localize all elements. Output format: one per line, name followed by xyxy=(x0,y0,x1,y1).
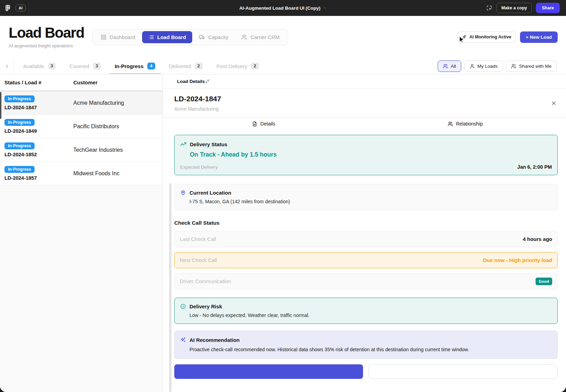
primary-action-button[interactable] xyxy=(174,364,363,379)
next-check-call-label: Next Check Call xyxy=(180,257,217,263)
topbar-left: AI xyxy=(5,4,26,11)
tab-in-progress[interactable]: In-Progress 4 xyxy=(115,58,155,74)
delivery-status-card: Delivery Status On Track - Ahead by 1.5 … xyxy=(174,135,558,175)
panel-title: Load Details xyxy=(177,79,205,84)
header-actions: AI Monitoring Active + New Load xyxy=(457,31,558,43)
load-title-block: LD-2024-1847 Acme Manufacturing xyxy=(163,88,566,117)
tab-details[interactable]: Details xyxy=(163,118,364,130)
panel-resizer[interactable] xyxy=(169,183,171,392)
tab-delivered[interactable]: Delivered 2 xyxy=(169,58,203,74)
driver-communication-row: Driver Communication Good xyxy=(174,273,558,289)
delivery-risk-card: Delivery Risk Low - No delays expected. … xyxy=(174,298,558,324)
detail-tabs: Details Relationship xyxy=(163,117,566,130)
nav-load-board[interactable]: Load Board xyxy=(142,31,192,43)
nav-label: Dashboard xyxy=(110,34,135,40)
main-nav: Dashboard Load Board Capacity xyxy=(92,29,288,45)
tab-count-badge: 2 xyxy=(195,63,203,69)
page-title: Load Board xyxy=(9,26,84,40)
nav-dashboard[interactable]: Dashboard xyxy=(94,31,141,43)
ai-badge[interactable]: AI xyxy=(16,4,26,11)
scope-shared-button[interactable]: Shared with Me xyxy=(506,60,557,72)
tab-label: Post-Delivery xyxy=(216,63,247,69)
scope-all-button[interactable]: All xyxy=(438,60,461,72)
column-header-status: Status / Load # xyxy=(0,80,73,85)
new-load-button[interactable]: + New Load xyxy=(520,31,558,43)
current-location-value: I-75 S, Macon, GA (142 miles from destin… xyxy=(189,199,552,204)
load-id: LD-2024-1849 xyxy=(4,128,73,134)
column-header-customer: Customer xyxy=(73,80,98,85)
tab-count-badge: 3 xyxy=(93,63,101,69)
tab-relationship[interactable]: Relationship xyxy=(364,118,566,130)
nav-label: Carrier CRM xyxy=(250,34,279,40)
nav-label: Load Board xyxy=(157,34,186,40)
load-row[interactable]: In-Progress LD-2024-1847 Acme Manufactur… xyxy=(0,91,163,115)
next-check-call-row: Next Check Call Due now - High priority … xyxy=(174,252,558,268)
expected-delivery-value: Jan 6, 2:00 PM xyxy=(517,164,552,170)
status-badge: In-Progress xyxy=(4,142,35,149)
tab-available[interactable]: Available 3 xyxy=(23,58,56,74)
chevron-down-icon xyxy=(323,6,327,10)
current-location-card: Current Location I-75 S, Macon, GA (142 … xyxy=(174,184,558,210)
close-icon[interactable] xyxy=(550,99,558,107)
status-badge: In-Progress xyxy=(4,119,35,126)
share-button[interactable]: Share xyxy=(536,3,560,13)
load-board-app: Load Board AI-augmented freight operatio… xyxy=(0,16,566,392)
next-check-call-value: Due now - High priority load xyxy=(483,257,552,263)
scope-my-loads-button[interactable]: My Loads xyxy=(464,60,503,72)
chevron-right-icon[interactable] xyxy=(3,64,11,69)
tab-count-badge: 2 xyxy=(251,63,259,69)
load-id: LD-2024-1857 xyxy=(4,175,73,181)
load-customer: Pacific Distributors xyxy=(73,123,119,130)
collapse-icon[interactable] xyxy=(205,79,210,84)
main-content: Status / Load # Customer In-Progress LD-… xyxy=(0,74,566,392)
driver-communication-badge: Good xyxy=(536,278,552,285)
load-row[interactable]: In-Progress LD-2024-1849 Pacific Distrib… xyxy=(0,115,163,138)
trending-up-icon xyxy=(180,141,186,147)
user-icon xyxy=(470,64,475,69)
delivery-risk-text: Low - No delays expected. Weather clear,… xyxy=(189,312,552,318)
detail-load-id: LD-2024-1847 xyxy=(174,95,221,103)
detail-customer: Acme Manufacturing xyxy=(174,106,221,112)
scope-filter-group: All My Loads Shared with Me xyxy=(438,60,557,72)
sparkle-icon xyxy=(462,35,467,39)
brand: Load Board AI-augmented freight operatio… xyxy=(9,26,84,48)
tab-label: Covered xyxy=(69,63,89,69)
last-check-call-value: 4 hours ago xyxy=(523,236,552,242)
tab-label: Details xyxy=(260,121,275,127)
figma-logo-icon[interactable] xyxy=(5,5,11,11)
detail-content: Delivery Status On Track - Ahead by 1.5 … xyxy=(163,130,566,392)
file-title-menu[interactable]: AI-Augmented Load Board UI (Copy) xyxy=(239,0,327,16)
loads-list-pane: Status / Load # Customer In-Progress LD-… xyxy=(0,74,163,392)
tab-label: Delivered xyxy=(169,63,191,69)
ai-recommendation-title: AI Recommendation xyxy=(189,337,240,343)
expected-delivery-label: Expected Delivery xyxy=(180,165,218,170)
secondary-action-button[interactable] xyxy=(369,364,558,379)
delivery-risk-title: Delivery Risk xyxy=(189,304,222,309)
nav-label: Capacity xyxy=(208,34,228,40)
tab-post-delivery[interactable]: Post-Delivery 2 xyxy=(216,58,259,74)
status-badge: In-Progress xyxy=(4,95,35,102)
capture-icon[interactable] xyxy=(486,5,492,11)
nav-carrier-crm[interactable]: Carrier CRM xyxy=(235,31,286,43)
status-tabs: Available 3 Covered 3 In-Progress 4 Deli… xyxy=(23,58,259,74)
ai-monitoring-pill[interactable]: AI Monitoring Active xyxy=(457,31,516,43)
divider xyxy=(13,58,13,74)
tab-covered[interactable]: Covered 3 xyxy=(69,58,101,74)
load-details-pane: Load Details LD-2024-1847 Acme Manufactu… xyxy=(163,74,566,392)
load-id: LD-2024-1852 xyxy=(4,152,73,157)
status-badge: In-Progress xyxy=(4,166,35,173)
app-header: Load Board AI-augmented freight operatio… xyxy=(0,16,566,58)
users-icon xyxy=(443,64,448,69)
scope-label: My Loads xyxy=(477,64,498,69)
users-icon xyxy=(241,34,247,40)
make-a-copy-button[interactable]: Make a copy xyxy=(497,3,532,13)
app-window: AI AI-Augmented Load Board UI (Copy) Mak… xyxy=(0,0,566,392)
info-icon xyxy=(180,304,186,309)
truck-icon xyxy=(199,34,205,40)
load-row[interactable]: In-Progress LD-2024-1857 Midwest Foods I… xyxy=(0,162,163,185)
nav-capacity[interactable]: Capacity xyxy=(193,31,234,43)
load-status-cell: In-Progress LD-2024-1849 xyxy=(0,119,73,134)
load-customer: TechGear Industries xyxy=(73,147,123,153)
load-row[interactable]: In-Progress LD-2024-1852 TechGear Indust… xyxy=(0,138,163,162)
scrollbar-thumb[interactable] xyxy=(0,92,1,119)
